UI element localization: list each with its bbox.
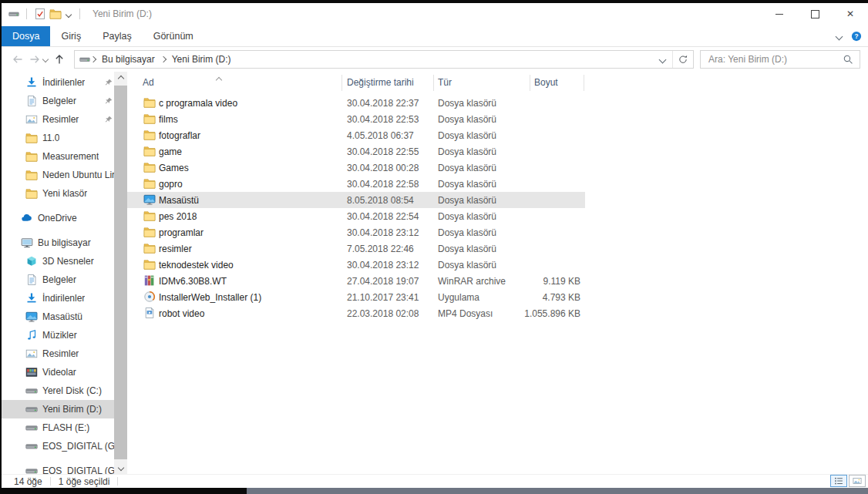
scroll-up-button[interactable]: [114, 72, 127, 85]
expand-ribbon-chevron-icon[interactable]: [836, 32, 843, 40]
refresh-button[interactable]: [673, 51, 693, 68]
folder-icon: [143, 113, 156, 125]
tab-dosya[interactable]: Dosya: [2, 26, 50, 46]
sidebar-item-yerel-disk-c[interactable]: Yerel Disk (C:): [2, 381, 127, 400]
file-row-masaüstü[interactable]: Masaüstü8.05.2018 08:54Dosya klasörü: [127, 192, 585, 208]
sidebar-item-videolar[interactable]: Videolar: [2, 363, 127, 381]
address-history-chevron-icon[interactable]: [659, 55, 667, 63]
maximize-button[interactable]: [797, 3, 833, 25]
column-header-type[interactable]: Tür: [438, 77, 452, 88]
file-type: Dosya klasörü: [438, 211, 496, 222]
svg-text:?: ?: [854, 32, 858, 40]
file-row-resimler[interactable]: resimler7.05.2018 22:46Dosya klasörü: [127, 240, 585, 257]
column-header-name[interactable]: Ad: [143, 77, 154, 88]
file-type: Dosya klasörü: [438, 195, 496, 206]
file-date-modified: 7.05.2018 22:46: [347, 244, 414, 254]
close-button[interactable]: ✕: [833, 3, 868, 25]
up-button[interactable]: [51, 51, 68, 68]
file-row-robot-video[interactable]: robot video22.03.2018 02:08MP4 Dosyası1.…: [127, 305, 585, 321]
scrollbar-thumb[interactable]: [114, 86, 127, 459]
column-divider[interactable]: [530, 75, 530, 91]
breadcrumb-current-drive[interactable]: Yeni Birim (D:): [167, 54, 237, 65]
search-icon[interactable]: [843, 54, 853, 65]
minimize-button[interactable]: [762, 3, 797, 25]
file-rows: c programala video30.04.2018 22:37Dosya …: [127, 95, 585, 321]
minimize-icon: [775, 14, 783, 15]
column-header-date-modified[interactable]: Değiştirme tarihi: [347, 77, 414, 88]
tab-giris[interactable]: Giriş: [50, 26, 92, 46]
file-row-idmv6-30b8-wt[interactable]: IDMv6.30B8.WT27.04.2018 19:07WinRAR arch…: [127, 273, 585, 289]
address-bar[interactable]: Bu bilgisayar Yeni Birim (D:): [74, 50, 694, 69]
sidebar-item-yeni-klasör[interactable]: Yeni klasör: [2, 184, 127, 203]
pin-icon: [104, 115, 113, 124]
file-row-fotograflar[interactable]: fotograflar4.05.2018 06:37Dosya klasörü: [127, 127, 585, 143]
breadcrumb-chevron-icon[interactable]: [160, 56, 166, 62]
file-date-modified: 30.04.2018 23:12: [347, 260, 419, 271]
folder-icon: [143, 242, 156, 254]
picture-icon: [25, 348, 38, 360]
file-row-game[interactable]: game30.04.2018 22:55Dosya klasörü: [127, 143, 585, 160]
sidebar-item-label: Yeni Birim (D:): [42, 404, 102, 415]
tab-paylas[interactable]: Paylaş: [92, 26, 143, 46]
sidebar-item-measurement[interactable]: Measurement: [2, 147, 127, 166]
search-input[interactable]: [707, 53, 843, 66]
sidebar-item-resimler[interactable]: Resimler: [2, 110, 127, 129]
forward-button[interactable]: [26, 51, 43, 68]
cube-icon: [25, 255, 38, 267]
tab-gorunum[interactable]: Görünüm: [143, 26, 204, 46]
file-row-games[interactable]: Games30.04.2018 00:28Dosya klasörü: [127, 160, 585, 176]
drive-icon: [25, 440, 38, 452]
details-view-button[interactable]: [830, 475, 847, 487]
file-row-c-programala-video[interactable]: c programala video30.04.2018 22:37Dosya …: [127, 95, 585, 111]
explorer-window: Yeni Birim (D:) ✕ Dosya Giriş Paylaş Gör…: [2, 3, 868, 488]
sidebar-item-masaüstü[interactable]: Masaüstü: [2, 307, 127, 326]
sidebar-scrollbar[interactable]: [114, 72, 127, 474]
selected-count: 1 öğe seçildi: [59, 476, 110, 487]
sidebar-item-label: Belgeler: [42, 96, 76, 106]
sidebar-item-müzikler[interactable]: Müzikler: [2, 326, 127, 344]
file-size: 1.055.896 KB: [524, 308, 580, 319]
sidebar-item-onedrive[interactable]: OneDrive: [2, 209, 127, 227]
breadcrumb-chevron-icon[interactable]: [90, 56, 96, 62]
sidebar-item-bu-bilgisayar[interactable]: Bu bilgisayar: [2, 234, 127, 252]
folder-icon: [143, 129, 156, 141]
sidebar-item-3d-nesneler[interactable]: 3D Nesneler: [2, 252, 127, 271]
file-row-teknodestek-video[interactable]: teknodestek video30.04.2018 23:12Dosya k…: [127, 257, 585, 273]
file-row-programlar[interactable]: programlar30.04.2018 23:12Dosya klasörü: [127, 224, 585, 240]
sidebar-item-11-0[interactable]: 11.0: [2, 129, 127, 147]
sidebar-item-belgeler[interactable]: Belgeler: [2, 92, 127, 110]
sidebar-item-eos-digital-g[interactable]: EOS_DIGITAL (G:): [2, 462, 127, 474]
recent-locations-chevron-icon[interactable]: [42, 56, 49, 62]
download-icon: [25, 76, 38, 89]
file-row-installerweb-installer-1[interactable]: InstallerWeb_Installer (1)21.10.2017 23:…: [127, 289, 585, 305]
column-divider[interactable]: [433, 75, 434, 91]
breadcrumb-this-pc[interactable]: Bu bilgisayar: [96, 54, 160, 65]
file-type: Dosya klasörü: [438, 227, 496, 238]
ribbon-tab-bar: Dosya Giriş Paylaş Görünüm ?: [2, 25, 868, 47]
column-divider[interactable]: [584, 75, 584, 91]
help-icon[interactable]: ?: [851, 31, 862, 42]
sidebar-item-i-ndirilenler[interactable]: İndirilenler: [2, 73, 127, 92]
column-divider[interactable]: [341, 75, 342, 91]
column-header-size[interactable]: Boyut: [534, 77, 558, 88]
sidebar-item-belgeler[interactable]: Belgeler: [2, 271, 127, 289]
properties-button[interactable]: [34, 8, 46, 20]
sidebar-item-i-ndirilenler[interactable]: İndirilenler: [2, 289, 127, 307]
sidebar-item-yeni-birim-d[interactable]: Yeni Birim (D:): [2, 400, 127, 418]
sidebar-item-label: OneDrive: [38, 213, 77, 223]
sidebar-item-eos-digital-g[interactable]: EOS_DIGITAL (G:): [2, 437, 127, 455]
file-name: robot video: [159, 308, 204, 319]
sidebar-item-neden-ubuntu-lir[interactable]: Neden Ubuntu Lir: [2, 166, 127, 184]
file-row-films[interactable]: films30.04.2018 22:53Dosya klasörü: [127, 111, 585, 127]
sidebar-item-flash-e[interactable]: FLASH (E:): [2, 418, 127, 437]
sidebar-item-label: Yeni klasör: [42, 188, 87, 199]
scroll-down-button[interactable]: [114, 461, 127, 474]
file-row-gopro[interactable]: gopro30.04.2018 22:58Dosya klasörü: [127, 176, 585, 192]
thumbnails-view-button[interactable]: [849, 475, 866, 487]
sidebar-item-resimler[interactable]: Resimler: [2, 344, 127, 363]
details-view-icon: [834, 476, 843, 486]
file-row-pes-2018[interactable]: pes 201830.04.2018 22:54Dosya klasörü: [127, 208, 585, 224]
back-button[interactable]: [9, 51, 26, 68]
qat-customize-chevron-icon[interactable]: [66, 12, 72, 18]
new-folder-button[interactable]: [49, 8, 62, 20]
